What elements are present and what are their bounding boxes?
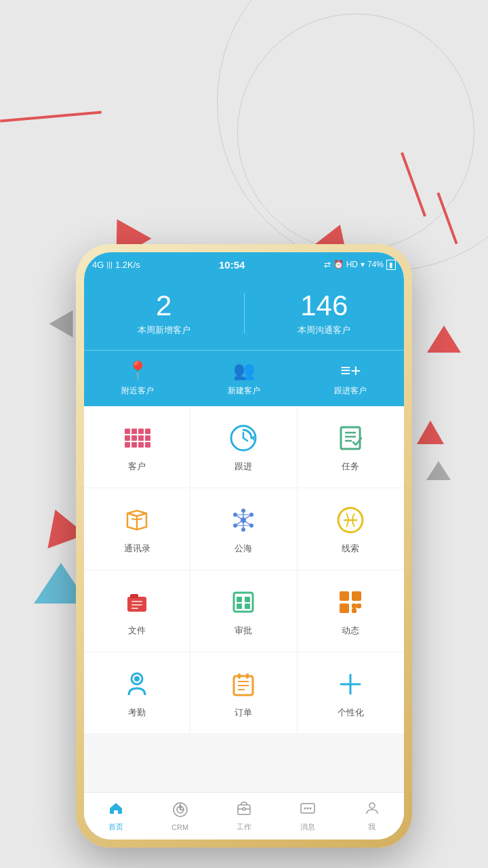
- svg-rect-8: [125, 442, 130, 448]
- triangle-gray2: [426, 461, 451, 480]
- svg-rect-15: [341, 427, 360, 449]
- svg-rect-65: [238, 805, 250, 814]
- svg-rect-38: [130, 594, 138, 598]
- menu-item-customize[interactable]: 个性化: [298, 652, 404, 734]
- menu-item-files[interactable]: 文件: [84, 570, 190, 652]
- wifi-icon: ▾: [361, 260, 365, 269]
- svg-rect-42: [234, 593, 253, 612]
- bottom-nav: 首页 CRM: [84, 792, 404, 840]
- me-label: 我: [368, 822, 375, 832]
- follow-icon: ≡+: [298, 360, 404, 381]
- quick-nearby[interactable]: 📍 附近客户: [84, 351, 190, 406]
- home-icon: [108, 800, 124, 821]
- quick-new-customer[interactable]: 👥 新建客户: [190, 351, 297, 406]
- leads-icon: [333, 503, 367, 537]
- svg-line-27: [235, 515, 243, 520]
- message-label: 消息: [300, 822, 315, 832]
- svg-line-14: [243, 438, 247, 441]
- svg-rect-5: [131, 435, 137, 441]
- battery-percent: 74%: [367, 260, 384, 269]
- quick-actions-row: 📍 附近客户 👥 新建客户 ≡+ 跟进客户: [84, 350, 404, 406]
- menu-item-order[interactable]: 订单: [190, 652, 297, 734]
- svg-rect-60: [246, 673, 249, 679]
- work-label: 工作: [237, 822, 251, 832]
- header-area: 2 本周新增客户 146 本周沟通客户 📍 附近客户 👥 新建客户: [84, 277, 404, 406]
- task-label: 任务: [342, 460, 359, 473]
- communicated-count: 146: [245, 290, 405, 321]
- data-speed: 1.2K/s: [115, 260, 140, 270]
- svg-line-30: [243, 520, 251, 526]
- bg-line1: [0, 111, 102, 122]
- menu-grid: 客户 跟进: [84, 406, 404, 734]
- signal-bars: |||: [106, 260, 113, 269]
- menu-item-task[interactable]: 任务: [298, 406, 404, 488]
- main-content: 客户 跟进: [84, 406, 404, 813]
- menu-item-dynamic[interactable]: 动态: [298, 570, 404, 652]
- svg-rect-3: [145, 429, 150, 434]
- menu-item-leads[interactable]: 线索: [298, 488, 404, 570]
- svg-point-73: [369, 803, 375, 808]
- follow-label: 跟进客户: [334, 386, 367, 395]
- nearby-label: 附近客户: [121, 386, 154, 395]
- svg-rect-40: [131, 604, 142, 606]
- crm-label: CRM: [171, 823, 188, 831]
- svg-rect-52: [352, 608, 357, 613]
- approval-label: 审批: [235, 625, 252, 637]
- customize-label: 个性化: [338, 707, 364, 719]
- menu-item-followup[interactable]: 跟进: [190, 406, 297, 488]
- contacts-label: 通讯录: [124, 542, 150, 555]
- nav-me[interactable]: 我: [340, 793, 404, 840]
- task-icon: [333, 421, 367, 455]
- menu-item-attendance[interactable]: 考勤: [84, 652, 190, 734]
- status-time: 10:54: [219, 259, 245, 271]
- svg-rect-49: [340, 604, 349, 613]
- message-icon: [300, 800, 316, 821]
- stats-row: 2 本周新增客户 146 本周沟通客户: [84, 290, 404, 350]
- customer-icon: [120, 421, 154, 455]
- svg-rect-44: [245, 597, 250, 602]
- svg-rect-47: [340, 591, 349, 601]
- svg-rect-46: [245, 604, 250, 609]
- public-icon: [226, 503, 260, 537]
- nav-work[interactable]: 工作: [212, 793, 276, 840]
- menu-item-public[interactable]: 公海: [190, 488, 297, 570]
- menu-item-contacts[interactable]: 通讯录: [84, 488, 190, 570]
- status-left: 4G ||| 1.2K/s: [92, 260, 140, 270]
- svg-rect-7: [145, 435, 150, 441]
- status-right: ⇄ ⏰ HD ▾ 74% ▮: [324, 260, 396, 270]
- attendance-icon: [120, 667, 154, 701]
- followup-label: 跟进: [235, 460, 252, 473]
- nav-crm[interactable]: CRM: [148, 793, 211, 840]
- new-customer-label: 新建客户: [228, 386, 260, 395]
- triangle-gray1: [49, 311, 73, 338]
- alarm-icon: ⏰: [333, 260, 344, 269]
- phone-frame: 4G ||| 1.2K/s 10:54 ⇄ ⏰ HD ▾ 74% ▮ 2 本周新…: [76, 244, 412, 848]
- crm-icon: [172, 802, 188, 822]
- svg-rect-45: [237, 604, 242, 609]
- svg-point-72: [310, 808, 312, 810]
- attendance-label: 考勤: [128, 707, 146, 719]
- bg-circle2: [237, 14, 474, 251]
- order-icon: [226, 667, 260, 701]
- svg-rect-2: [138, 429, 144, 434]
- approval-icon: [226, 585, 260, 619]
- nav-home[interactable]: 首页: [84, 793, 148, 840]
- menu-item-customer[interactable]: 客户: [84, 406, 190, 488]
- work-icon: [236, 800, 252, 821]
- signal-4g: 4G: [92, 260, 104, 270]
- quick-follow[interactable]: ≡+ 跟进客户: [298, 351, 404, 406]
- svg-rect-48: [352, 591, 361, 601]
- hd-label: HD: [346, 260, 358, 269]
- nav-message[interactable]: 消息: [276, 793, 340, 840]
- svg-rect-6: [138, 435, 144, 441]
- dynamic-label: 动态: [342, 625, 359, 637]
- menu-item-approval[interactable]: 审批: [190, 570, 297, 652]
- battery-icon: ▮: [386, 260, 396, 270]
- svg-line-29: [235, 520, 243, 526]
- svg-point-66: [243, 808, 245, 810]
- svg-point-54: [134, 676, 140, 682]
- svg-point-71: [307, 808, 309, 810]
- stat-communicated-customers: 146 本周沟通客户: [245, 290, 405, 336]
- leads-label: 线索: [342, 542, 359, 555]
- triangle-red4: [427, 326, 461, 353]
